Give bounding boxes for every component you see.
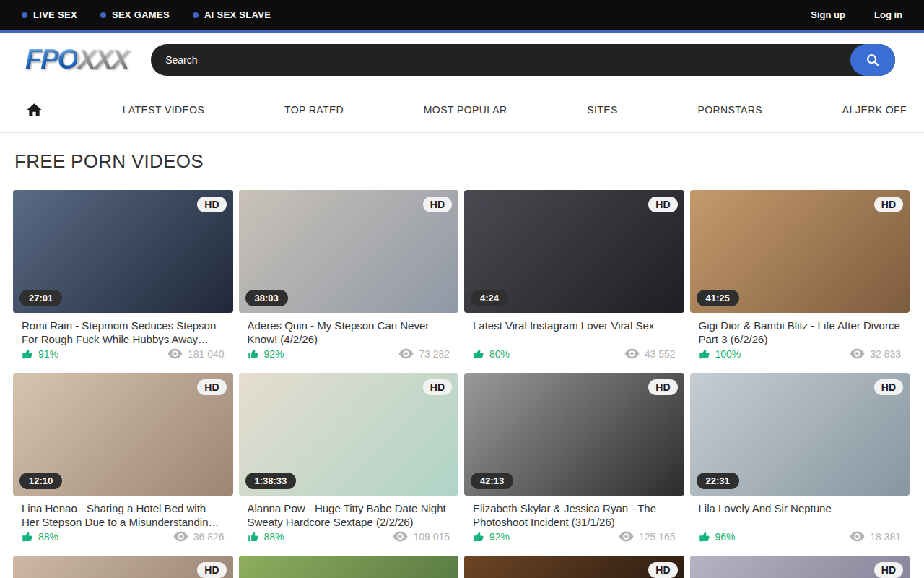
video-thumbnail[interactable]: HD xyxy=(464,556,684,578)
log-in-link[interactable]: Log in xyxy=(874,9,902,20)
top-bar: LIVE SEX SEX GAMES AI SEX SLAVE Sign up … xyxy=(0,0,924,33)
video-thumbnail[interactable]: HD 27:01 xyxy=(13,190,233,313)
thumbs-up-icon xyxy=(473,530,485,543)
hd-badge: HD xyxy=(423,197,452,212)
topbar-links: LIVE SEX SEX GAMES AI SEX SLAVE xyxy=(22,9,271,20)
video-card[interactable]: HD 1:38:33 Alanna Pow - Huge Titty Babe … xyxy=(239,373,459,550)
sign-up-link[interactable]: Sign up xyxy=(811,9,845,20)
views-number: 18 381 xyxy=(870,531,901,543)
video-title[interactable]: Latest Viral Instagram Lover Viral Sex xyxy=(473,319,676,333)
likes-percent: 88% xyxy=(264,531,284,543)
video-stats: 96% 18 381 xyxy=(699,530,902,543)
views-number: 73 282 xyxy=(419,348,450,360)
nav-pornstars[interactable]: PORNSTARS xyxy=(697,104,762,116)
bullet-dot-icon xyxy=(193,12,199,18)
video-card[interactable]: HD 22:31 Lila Lovely And Sir Neptune 96% xyxy=(690,373,910,550)
video-card[interactable]: HD xyxy=(690,556,910,578)
bullet-dot-icon xyxy=(22,12,27,18)
eye-icon xyxy=(624,348,640,359)
likes-percent: 80% xyxy=(489,348,510,360)
thumbs-up-icon xyxy=(699,530,711,543)
duration-badge: 27:01 xyxy=(19,290,62,306)
thumbs-up-icon xyxy=(473,348,485,360)
video-card[interactable]: HD 41:25 Gigi Dior & Bambi Blitz - Life … xyxy=(690,190,910,367)
nav-sites[interactable]: SITES xyxy=(587,104,617,116)
video-info: Alanna Pow - Huge Titty Babe Date Night … xyxy=(239,496,459,550)
video-thumbnail[interactable]: HD 1:38:33 xyxy=(239,373,459,496)
video-card[interactable] xyxy=(239,556,459,578)
video-thumbnail[interactable]: HD 4:24 xyxy=(464,190,684,313)
likes-percent: 88% xyxy=(38,531,58,543)
home-icon xyxy=(26,102,43,118)
hd-badge: HD xyxy=(197,197,226,212)
logo-part-1: FPO xyxy=(25,44,77,74)
video-thumbnail[interactable] xyxy=(239,556,459,578)
video-card[interactable]: HD 12:10 Lina Henao - Sharing a Hotel Be… xyxy=(13,373,233,550)
video-stats: 100% 32 833 xyxy=(699,348,902,360)
video-thumbnail[interactable]: HD xyxy=(13,556,233,578)
duration-badge: 1:38:33 xyxy=(245,473,297,489)
thumbs-up-icon xyxy=(22,530,34,543)
video-thumbnail[interactable]: HD 38:03 xyxy=(239,190,459,313)
video-title[interactable]: Lila Lovely And Sir Neptune xyxy=(699,502,902,516)
site-logo[interactable]: FPOXXX xyxy=(25,44,128,75)
topbar-link-sex-games[interactable]: SEX GAMES xyxy=(100,9,170,20)
search-input[interactable] xyxy=(151,44,895,76)
eye-icon xyxy=(173,531,188,542)
video-info: Gigi Dior & Bambi Blitz - Life After Div… xyxy=(690,313,910,367)
eye-icon xyxy=(850,348,865,359)
video-thumbnail[interactable]: HD 41:25 xyxy=(690,190,910,313)
video-card[interactable]: HD xyxy=(13,556,233,578)
duration-badge: 38:03 xyxy=(245,290,288,306)
duration-badge: 22:31 xyxy=(697,473,739,489)
eye-icon xyxy=(619,531,634,542)
video-title[interactable]: Romi Rain - Stepmom Seduces Stepson For … xyxy=(22,319,225,346)
hd-badge: HD xyxy=(874,379,903,395)
video-card[interactable]: HD xyxy=(464,556,684,578)
likes-rating: 80% xyxy=(473,348,510,360)
topbar-link-ai-sex-slave[interactable]: AI SEX SLAVE xyxy=(193,9,271,20)
logo-part-2: XXX xyxy=(77,44,128,74)
video-title[interactable]: Gigi Dior & Bambi Blitz - Life After Div… xyxy=(699,319,902,346)
video-info: Lina Henao - Sharing a Hotel Bed with He… xyxy=(13,496,233,550)
thumbs-up-icon xyxy=(248,348,260,360)
views-number: 36 826 xyxy=(193,531,225,543)
likes-rating: 96% xyxy=(699,530,736,543)
topbar-link-label: LIVE SEX xyxy=(33,9,77,20)
nav-latest-videos[interactable]: LATEST VIDEOS xyxy=(123,104,205,116)
nav-ai-jerk-off[interactable]: AI JERK OFF xyxy=(842,104,907,116)
video-card[interactable]: HD 38:03 Aderes Quin - My Stepson Can Ne… xyxy=(239,190,459,367)
nav-top-rated[interactable]: TOP RATED xyxy=(284,104,344,116)
likes-rating: 92% xyxy=(248,348,284,360)
eye-icon xyxy=(393,531,408,542)
nav-most-popular[interactable]: MOST POPULAR xyxy=(424,104,507,116)
video-title[interactable]: Elizabeth Skylar & Jessica Ryan - The Ph… xyxy=(473,502,676,529)
view-count: 73 282 xyxy=(398,348,450,360)
eye-icon xyxy=(850,531,865,542)
video-thumbnail[interactable]: HD xyxy=(690,556,910,578)
video-title[interactable]: Alanna Pow - Huge Titty Babe Date Night … xyxy=(248,502,450,529)
hd-badge: HD xyxy=(874,197,903,212)
video-card[interactable]: HD 42:13 Elizabeth Skylar & Jessica Ryan… xyxy=(464,373,684,550)
video-card[interactable]: HD 4:24 Latest Viral Instagram Lover Vir… xyxy=(464,190,684,367)
video-title[interactable]: Aderes Quin - My Stepson Can Never Know!… xyxy=(248,319,450,346)
views-number: 181 040 xyxy=(188,348,225,360)
auth-links: Sign up Log in xyxy=(811,9,902,20)
nav-home[interactable] xyxy=(26,102,43,118)
video-thumbnail[interactable]: HD 42:13 xyxy=(464,373,684,496)
hd-badge: HD xyxy=(648,197,677,212)
video-stats: 80% 43 552 xyxy=(473,348,676,360)
topbar-link-live-sex[interactable]: LIVE SEX xyxy=(22,9,77,20)
search-button[interactable] xyxy=(850,44,895,76)
video-thumbnail[interactable]: HD 22:31 xyxy=(690,373,910,496)
duration-badge: 41:25 xyxy=(697,290,739,306)
thumbs-up-icon xyxy=(699,348,711,360)
topbar-link-label: SEX GAMES xyxy=(112,9,170,20)
video-title[interactable]: Lina Henao - Sharing a Hotel Bed with He… xyxy=(22,502,225,529)
video-thumbnail[interactable]: HD 12:10 xyxy=(13,373,233,496)
video-card[interactable]: HD 27:01 Romi Rain - Stepmom Seduces Ste… xyxy=(13,190,233,367)
views-number: 109 015 xyxy=(413,531,450,543)
view-count: 36 826 xyxy=(173,531,225,543)
eye-icon xyxy=(398,348,414,359)
views-number: 32 833 xyxy=(870,348,901,360)
